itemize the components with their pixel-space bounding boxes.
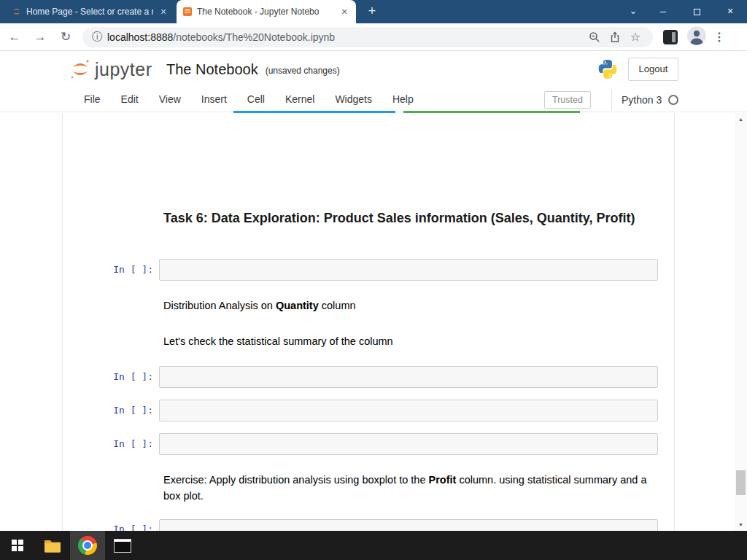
code-cell-prompt: In [ ]: [88, 438, 153, 449]
markdown-text-bold: Quantity [276, 300, 319, 311]
code-cell-input[interactable] [159, 400, 658, 421]
menubar-divider [611, 89, 612, 111]
reload-button[interactable]: ↻ [55, 26, 77, 48]
markdown-text-bold: Profit [429, 474, 457, 486]
tab-title: Home Page - Select or create a n [26, 7, 153, 17]
menu-widgets[interactable]: Widgets [325, 88, 382, 112]
code-cell-prompt: In [ ]: [88, 405, 153, 416]
code-cell-prompt: In [ ]: [88, 264, 153, 275]
site-info-icon[interactable]: ⓘ [92, 31, 102, 44]
menu-file[interactable]: File [74, 88, 111, 112]
markdown-text-part: Distribution Analysis on [163, 300, 276, 311]
page-scrollbar[interactable]: ▲ ▼ [735, 113, 747, 531]
markdown-heading[interactable]: Task 6: Data Exploration: Product Sales … [163, 211, 667, 226]
code-cell-input[interactable] [159, 433, 658, 455]
forward-button[interactable]: → [29, 26, 51, 48]
jupyter-favicon-icon [12, 7, 22, 17]
code-cell-prompt: In [ ]: [88, 524, 153, 531]
save-status: (unsaved changes) [266, 63, 340, 76]
code-cell-input[interactable] [159, 259, 658, 281]
browser-menu-icon[interactable]: ⋮ [713, 30, 725, 44]
window-controls: ⌄ – × [620, 0, 747, 23]
terminal-taskbar-button[interactable] [105, 531, 140, 560]
scrollbar-thumb[interactable] [736, 470, 746, 495]
logout-button[interactable]: Logout [628, 58, 678, 81]
menu-insert[interactable]: Insert [191, 88, 237, 112]
url-host: localhost:8888 [107, 31, 173, 43]
markdown-text[interactable]: Let's check the statistical summary of t… [163, 335, 393, 347]
menu-cell[interactable]: Cell [237, 88, 275, 112]
markdown-text[interactable]: Exercise: Apply distribution analysis us… [163, 472, 651, 504]
menu-kernel[interactable]: Kernel [275, 88, 325, 112]
markdown-text[interactable]: Distribution Analysis on Quantity column [163, 300, 356, 311]
back-button[interactable]: ← [4, 26, 26, 48]
menu-help[interactable]: Help [382, 88, 424, 112]
jupyter-header: jupyter The Notebook (unsaved changes) L… [0, 51, 747, 88]
notebook-favicon-icon [182, 7, 193, 17]
code-cell-input[interactable] [159, 519, 658, 531]
new-tab-button[interactable]: + [363, 3, 381, 20]
code-cell-input[interactable] [159, 366, 658, 388]
file-explorer-button[interactable] [35, 531, 70, 560]
side-panel-icon[interactable] [663, 30, 678, 44]
browser-tab-home[interactable]: Home Page - Select or create a n × [6, 0, 175, 23]
minimize-button[interactable]: – [646, 0, 680, 23]
chrome-taskbar-button[interactable] [70, 531, 105, 560]
code-cell-prompt: In [ ]: [88, 371, 153, 382]
windows-taskbar [0, 531, 747, 560]
tab-search-chevron-icon[interactable]: ⌄ [620, 0, 646, 23]
tab-close-icon[interactable]: × [338, 6, 350, 18]
python-logo-icon [597, 58, 619, 83]
jupyter-brand-text: jupyter [95, 59, 152, 80]
jupyter-planet-icon [69, 58, 91, 80]
menu-edit[interactable]: Edit [111, 88, 149, 112]
bookmark-star-icon[interactable]: ☆ [625, 30, 646, 44]
jupyter-menubar: File Edit View Insert Cell Kernel Widget… [0, 88, 747, 112]
trusted-badge: Trusted [544, 91, 591, 109]
notebook-title[interactable]: The Notebook [166, 61, 258, 78]
url-omnibox[interactable]: ⓘ localhost:8888/notebooks/The%20Noteboo… [82, 27, 653, 47]
markdown-text-part: column [319, 300, 356, 311]
notebook-content-area: Task 6: Data Exploration: Product Sales … [0, 113, 747, 531]
notebook-container-border-right [674, 113, 675, 531]
chrome-icon [78, 536, 97, 555]
browser-tab-notebook[interactable]: The Notebook - Jupyter Notebo × [177, 0, 356, 23]
jupyter-logo[interactable]: jupyter [69, 58, 152, 80]
scroll-up-icon[interactable]: ▲ [735, 113, 747, 125]
close-button[interactable]: × [713, 0, 747, 23]
browser-titlebar: Home Page - Select or create a n × The N… [0, 0, 747, 23]
maximize-icon [694, 9, 700, 15]
notebook-container-border-left [62, 113, 63, 531]
zoom-icon[interactable] [584, 31, 605, 43]
kernel-status-icon [668, 95, 678, 105]
maximize-button[interactable] [680, 0, 713, 23]
tab-close-icon[interactable]: × [158, 6, 169, 18]
url-path: /notebooks/The%20Notebook.ipynb [173, 31, 335, 43]
browser-address-bar: ← → ↻ ⓘ localhost:8888/notebooks/The%20N… [0, 23, 747, 51]
folder-icon [44, 539, 61, 553]
windows-logo-icon [12, 540, 23, 551]
scroll-down-icon[interactable]: ▼ [735, 518, 747, 531]
menu-view[interactable]: View [149, 88, 191, 112]
share-icon[interactable] [605, 31, 625, 43]
kernel-name: Python 3 [622, 94, 662, 106]
markdown-text-part: Exercise: Apply distribution analysis us… [163, 474, 429, 486]
start-button[interactable] [0, 531, 35, 560]
profile-avatar[interactable] [687, 26, 706, 48]
terminal-icon [114, 539, 131, 553]
tab-title: The Notebook - Jupyter Notebo [197, 7, 334, 17]
